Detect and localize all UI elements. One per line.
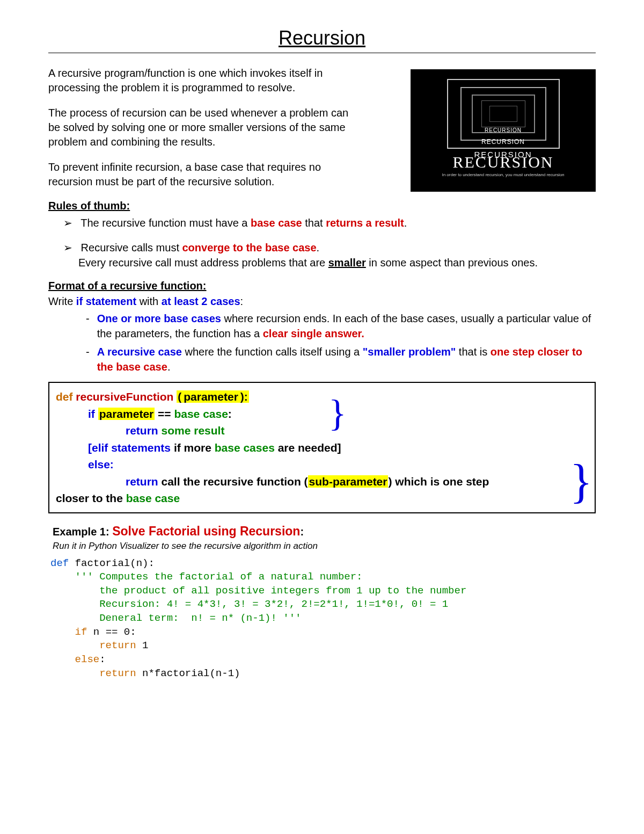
rule2-dot: . (317, 242, 320, 253)
page-title: Recursion (48, 27, 596, 53)
paren-open: ( (177, 390, 182, 403)
rule2-sub-c: in some aspect than previous ones. (366, 257, 538, 269)
document-page: Recursion A recursive program/function i… (0, 0, 644, 834)
code-line-7: closer to the base case (56, 490, 588, 507)
poster-word-small: RECURSION (485, 127, 522, 133)
rule2-converge: converge to the base case (182, 242, 317, 253)
parameter: parameter (182, 390, 239, 403)
rule1-returns: returns a result (326, 217, 404, 229)
poster-word-large: RECURSION (474, 150, 532, 159)
format-intro: Write if statement with at least 2 cases… (48, 295, 596, 308)
example-colon: : (300, 526, 304, 538)
py-comment-2: the product of all positive integers fro… (50, 585, 466, 597)
kw-return: return (126, 475, 162, 488)
fmt-intro-e: : (240, 295, 244, 307)
rule-1: The recursive function must have a base … (63, 215, 596, 230)
poster-word-mid: RECURSION (481, 138, 525, 146)
rule1-text-c: that (302, 217, 326, 229)
elif-bc: base cases (215, 441, 275, 454)
colon: : (228, 408, 232, 420)
rule2-sub-a: Every recursive call must address proble… (78, 257, 328, 269)
kw-def: def (56, 390, 73, 403)
intro-p1: A recursive program/function is one whic… (48, 66, 349, 95)
brace-icon: } (328, 395, 347, 432)
intro-section: A recursive program/function is one whic… (48, 66, 596, 189)
recursion-poster-image: RECURSION RECURSION RECURSION RECURSION … (411, 69, 596, 192)
rule2-smaller: smaller (328, 257, 366, 269)
py-fn-name: factorial (75, 557, 130, 569)
pseudocode-box: } } def recursiveFunction (parameter): i… (48, 382, 596, 513)
fmt1-c: clear single answer. (263, 328, 364, 339)
rules-list: The recursive function must have a base … (63, 215, 596, 270)
py-if: if (50, 626, 87, 638)
elif-mid: if more (171, 441, 215, 454)
rule2-text-a: Recursive calls must (81, 242, 182, 253)
intro-text: A recursive program/function is one whic… (48, 66, 349, 189)
paren-close: ): (239, 390, 249, 403)
fmt2-b: where the function calls itself using a (182, 346, 363, 358)
py-else: else (50, 654, 99, 665)
intro-p3: To prevent infinite recursion, a base ca… (48, 160, 349, 189)
rule1-dot: . (404, 217, 407, 229)
rule1-base-case: base case (251, 217, 302, 229)
elif-end: are needed] (275, 441, 341, 454)
code-line-5: else: (88, 456, 588, 473)
fmt-intro-a: Write (48, 295, 76, 307)
rule-2: Recursive calls must converge to the bas… (63, 240, 596, 270)
code-line-4: [elif statements if more base cases are … (88, 439, 588, 456)
python-code: def factorial(n): ''' Computes the facto… (50, 557, 596, 681)
py-ret-2-expr: n*factorial(n-1) (142, 668, 240, 679)
py-def: def (50, 557, 75, 569)
format-list: One or more base cases where recursion e… (86, 311, 596, 374)
closer-b: base case (126, 492, 180, 504)
py-ret-1-val: 1 (142, 640, 148, 651)
fmt-intro-2cases: at least 2 cases (162, 295, 240, 307)
format-item-1: One or more base cases where recursion e… (86, 311, 596, 341)
base-case: base case (174, 408, 228, 420)
parameter: parameter (98, 408, 155, 420)
example-subtitle: Run it in Python Visualizer to see the r… (53, 541, 596, 552)
code-line-1: def recursiveFunction (parameter): (56, 388, 588, 405)
fmt1-a: One or more base cases (97, 313, 221, 324)
rules-heading: Rules of thumb: (48, 200, 596, 212)
result: some result (162, 424, 225, 437)
py-comment-4: Deneral term: n! = n* (n-1)! ''' (50, 612, 301, 624)
fmt2-d: that is (456, 346, 490, 358)
format-heading: Format of a recursive function: (48, 280, 596, 292)
elif-open: [elif statements (88, 441, 171, 454)
closer-a: closer to the (56, 492, 126, 504)
kw-if: if (88, 408, 98, 420)
format-item-2: A recursive case where the function call… (86, 344, 596, 374)
example-heading: Example 1: Solve Factorial using Recursi… (53, 524, 596, 539)
py-else-colon: : (99, 654, 105, 665)
fmt-intro-if: if statement (76, 295, 136, 307)
op-eq: == (155, 408, 174, 420)
py-cond: n == 0: (87, 626, 136, 638)
kw-return: return (126, 424, 162, 437)
fn-name: recursiveFunction (76, 390, 173, 403)
code-line-3: return some result (126, 422, 588, 439)
rule1-text-a: The recursive function must have a (80, 217, 251, 229)
py-return-2: return (50, 668, 142, 679)
fmt2-f: . (167, 361, 171, 373)
intro-p2: The process of recursion can be used whe… (48, 106, 349, 149)
py-return-1: return (50, 640, 142, 651)
call-b: ) which is one step (388, 475, 489, 488)
example-title: Solve Factorial using Recursion (112, 524, 300, 538)
example-label: Example 1: (53, 526, 112, 538)
fmt2-a: A recursive case (97, 346, 182, 358)
rule2-sub: Every recursive call must address proble… (78, 255, 596, 270)
py-comment-1: ''' Computes the factorial of a natural … (50, 571, 363, 583)
poster-tagline: In order to understand recursion, you mu… (442, 172, 564, 177)
py-comment-3: Recursion: 4! = 4*3!, 3! = 3*2!, 2!=2*1!… (50, 598, 448, 610)
sub-parameter: sub-parameter (308, 475, 389, 488)
fmt2-c: "smaller problem" (363, 346, 456, 358)
call-a: call the recursive function ( (162, 475, 308, 488)
py-paren: (n): (130, 557, 155, 569)
kw-else: else: (88, 458, 114, 470)
fmt-intro-c: with (136, 295, 162, 307)
brace-icon: } (570, 458, 592, 505)
code-line-6: return call the recursive function (sub-… (126, 473, 588, 490)
